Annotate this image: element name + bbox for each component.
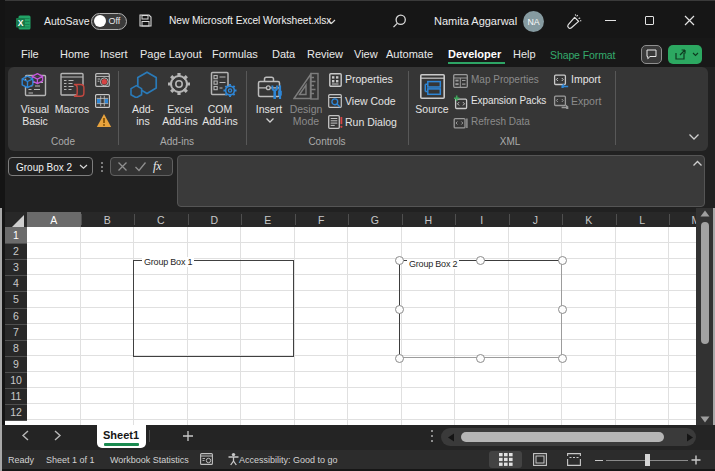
svg-text:X: X xyxy=(18,18,24,28)
